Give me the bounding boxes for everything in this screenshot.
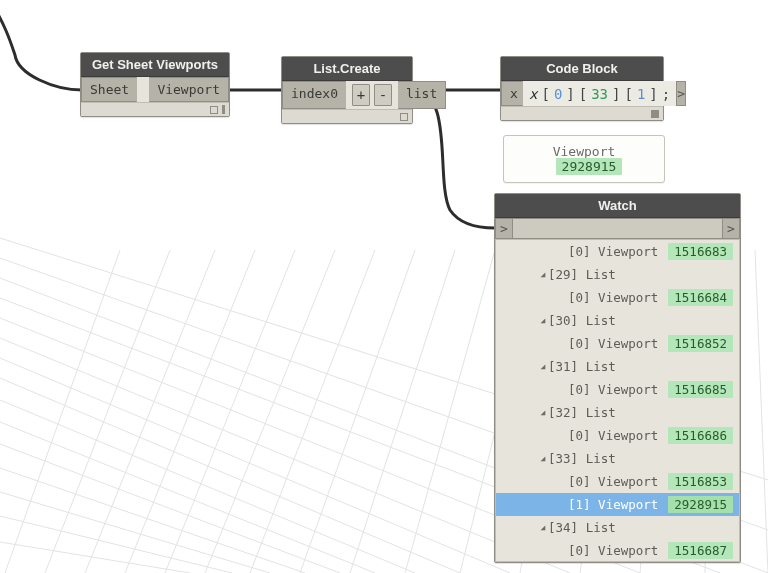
preview-bubble: Viewport 2928915 xyxy=(503,135,665,183)
watch-list-item[interactable]: [0] Viewport1516685 xyxy=(496,378,739,401)
port-x-input[interactable]: x xyxy=(501,81,523,106)
port-code-output[interactable]: > xyxy=(676,81,686,106)
expand-icon[interactable]: ◢ xyxy=(538,454,548,463)
watch-item-id: 1516852 xyxy=(668,335,733,352)
watch-filter-input[interactable] xyxy=(513,218,722,239)
watch-item-label: [0] Viewport xyxy=(568,474,658,489)
svg-line-14 xyxy=(0,542,190,573)
port-index0-input[interactable]: index0 xyxy=(282,81,346,109)
watch-item-label: [0] Viewport xyxy=(568,290,658,305)
node-title: Watch xyxy=(495,194,740,218)
svg-line-30 xyxy=(755,250,768,573)
svg-line-21 xyxy=(250,250,375,573)
code-block-editor[interactable]: x[0][33][1]; xyxy=(523,81,676,106)
watch-item-id: 1516683 xyxy=(668,243,733,260)
watch-list-group[interactable]: ◢ [32] List xyxy=(496,401,739,424)
svg-line-10 xyxy=(0,444,340,573)
svg-line-12 xyxy=(0,492,270,573)
watch-item-label: [1] Viewport xyxy=(568,497,658,512)
port-list-output[interactable]: list xyxy=(398,81,446,109)
expand-icon[interactable]: ◢ xyxy=(538,523,548,532)
watch-item-label: [0] Viewport xyxy=(568,428,658,443)
code-block-node[interactable]: Code Block x x[0][33][1]; > xyxy=(500,56,664,121)
watch-list-group[interactable]: ◢ [33] List xyxy=(496,447,739,470)
node-title: Get Sheet Viewports xyxy=(81,53,229,77)
watch-list-group-label: [32] List xyxy=(548,405,616,420)
watch-list-group[interactable]: ◢ [34] List xyxy=(496,516,739,539)
node-title: List.Create xyxy=(282,57,412,81)
watch-list-group[interactable]: ◢ [29] List xyxy=(496,263,739,286)
svg-line-20 xyxy=(205,250,335,573)
watch-item-label: [0] Viewport xyxy=(568,244,658,259)
preview-label: Viewport xyxy=(553,144,616,159)
watch-list-group-label: [33] List xyxy=(548,451,616,466)
node-status-bar xyxy=(501,106,663,120)
node-status-bar xyxy=(282,109,412,123)
watch-list-group-label: [34] List xyxy=(548,520,616,535)
watch-list-group-label: [31] List xyxy=(548,359,616,374)
watch-list-item[interactable]: [1] Viewport2928915 xyxy=(496,493,739,516)
watch-item-id: 1516686 xyxy=(668,427,733,444)
expand-icon[interactable]: ◢ xyxy=(538,362,548,371)
svg-line-19 xyxy=(165,250,295,573)
port-watch-output[interactable]: > xyxy=(722,218,740,239)
watch-list-group-label: [29] List xyxy=(548,267,616,282)
svg-line-7 xyxy=(0,378,460,573)
watch-list-group[interactable]: ◢ [31] List xyxy=(496,355,739,378)
watch-item-id: 1516684 xyxy=(668,289,733,306)
port-sheet-input[interactable]: Sheet xyxy=(81,77,137,102)
watch-item-id: 2928915 xyxy=(668,496,733,513)
svg-line-23 xyxy=(350,250,455,573)
port-watch-input[interactable]: > xyxy=(495,218,513,239)
watch-list-item[interactable]: [0] Viewport1516684 xyxy=(496,286,739,309)
expand-icon[interactable]: ◢ xyxy=(538,408,548,417)
watch-list-group[interactable]: ◢ [30] List xyxy=(496,309,739,332)
watch-item-label: [0] Viewport xyxy=(568,543,658,558)
expand-icon[interactable]: ◢ xyxy=(538,270,548,279)
remove-input-button[interactable]: - xyxy=(374,84,392,106)
watch-item-id: 1516853 xyxy=(668,473,733,490)
svg-line-13 xyxy=(0,516,232,573)
watch-list[interactable]: [0] Viewport1516683◢ [29] List[0] Viewpo… xyxy=(495,240,740,562)
preview-value: 2928915 xyxy=(556,158,623,175)
svg-line-17 xyxy=(85,250,215,573)
svg-line-24 xyxy=(405,250,495,573)
watch-list-item[interactable]: [0] Viewport1516687 xyxy=(496,539,739,562)
watch-list-item[interactable]: [0] Viewport1516683 xyxy=(496,240,739,263)
watch-item-label: [0] Viewport xyxy=(568,336,658,351)
watch-list-item[interactable]: [0] Viewport1516686 xyxy=(496,424,739,447)
get-sheet-viewports-node[interactable]: Get Sheet Viewports Sheet Viewport xyxy=(80,52,230,117)
list-create-node[interactable]: List.Create index0 + - list xyxy=(281,56,413,124)
watch-item-id: 1516687 xyxy=(668,542,733,559)
watch-item-id: 1516685 xyxy=(668,381,733,398)
watch-node[interactable]: Watch > > [0] Viewport1516683◢ [29] List… xyxy=(494,193,741,563)
svg-line-15 xyxy=(5,250,120,573)
node-status-bar xyxy=(81,102,229,116)
watch-list-group-label: [30] List xyxy=(548,313,616,328)
svg-line-22 xyxy=(300,250,415,573)
port-viewport-output[interactable]: Viewport xyxy=(149,77,229,102)
watch-list-item[interactable]: [0] Viewport1516853 xyxy=(496,470,739,493)
node-title: Code Block xyxy=(501,57,663,81)
watch-list-item[interactable]: [0] Viewport1516852 xyxy=(496,332,739,355)
watch-item-label: [0] Viewport xyxy=(568,382,658,397)
add-input-button[interactable]: + xyxy=(352,84,370,106)
expand-icon[interactable]: ◢ xyxy=(538,316,548,325)
